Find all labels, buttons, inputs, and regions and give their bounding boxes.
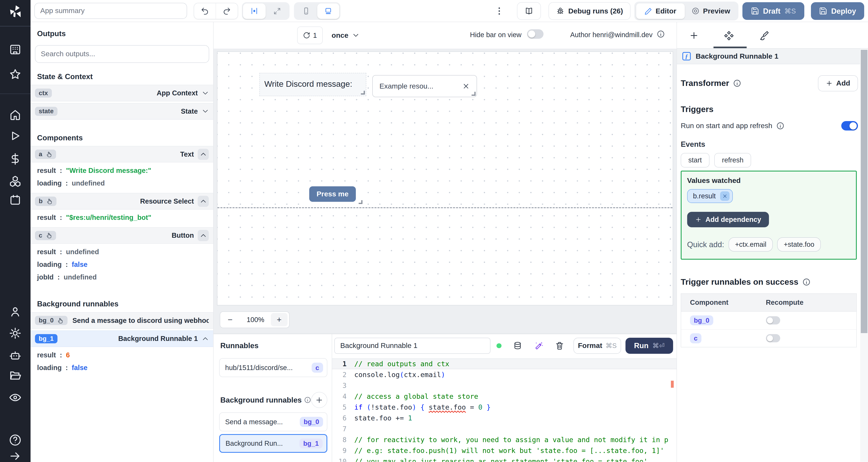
schedules-icon[interactable] [9,194,22,206]
quick-add-pill[interactable]: +ctx.email [728,237,773,252]
runnable-item[interactable]: hub/1511/discord/se...c [219,358,327,377]
database-icon[interactable] [513,341,522,350]
output-group-header[interactable]: stateState [31,103,213,120]
component-badge[interactable]: bg_0 [690,316,713,326]
insert-component-tab[interactable] [689,31,699,40]
scrollbar-thumb[interactable] [861,50,867,333]
watched-value-chip[interactable]: b.result [687,189,733,203]
resize-handle[interactable] [472,92,475,96]
code-line[interactable]: 6state.foo += 1 [332,412,677,424]
run-button[interactable]: Run ⌘⏎ [625,338,673,354]
output-group-header[interactable]: bResource Select [31,193,213,209]
home-icon[interactable] [9,108,22,121]
code-line[interactable]: 9// e.g: state.foo.push(1) will not work… [332,445,677,456]
more-menu-button[interactable] [494,4,504,18]
event-pill[interactable]: start [681,153,710,167]
windmill-logo-icon[interactable] [8,4,23,19]
redo-button[interactable] [216,3,238,19]
runs-icon[interactable] [9,130,22,142]
chevron-up-button[interactable] [198,196,209,207]
center-layout-button[interactable] [243,3,266,19]
output-group-header[interactable]: ctxApp Context [31,85,213,101]
chevron-up-button[interactable] [198,230,209,241]
folders-icon[interactable] [9,369,22,382]
search-outputs-input[interactable] [35,45,209,63]
component-badge[interactable]: c [690,333,702,343]
app-height-boundary[interactable] [217,207,673,208]
chevron-up-button[interactable] [198,149,209,160]
recompute-toggle[interactable] [766,316,780,325]
refresh-count-button[interactable]: 1 [297,27,323,44]
clear-selection-icon[interactable] [462,82,470,90]
event-pill[interactable]: refresh [714,153,751,167]
code-line[interactable]: 2console.log(ctx.email) [332,369,677,380]
code-line[interactable]: 5if (!state.foo) { state.foo = 0 } [332,402,677,412]
output-group-header[interactable]: bg_0Send a message to discord using webh… [31,312,213,329]
component-id-badge[interactable]: b [35,197,57,206]
info-icon[interactable] [802,278,810,286]
component-id-badge[interactable]: a [35,150,56,159]
fullscreen-layout-button[interactable] [266,3,288,19]
runnable-name-input[interactable] [334,338,491,354]
variables-icon[interactable] [9,153,22,165]
quick-add-pill[interactable]: +state.foo [777,237,821,252]
mobile-view-button[interactable] [295,3,317,19]
component-id-badge[interactable]: state [35,107,58,116]
resources-icon[interactable] [9,175,22,188]
code-line[interactable]: 10// you may also just reassign as next … [332,456,677,462]
settings-gear-icon[interactable] [9,327,22,339]
info-icon[interactable] [733,79,741,87]
resource-select-component[interactable]: Example resou... [372,75,477,97]
schedule-mode-dropdown[interactable]: once [332,27,360,44]
resize-handle[interactable] [359,200,363,204]
add-transformer-button[interactable]: Add [818,75,858,91]
code-line[interactable]: 8// for reactivity to work, you need to … [332,434,677,445]
code-editor[interactable]: 1// read outputs and ctx2console.log(ctx… [332,357,677,462]
add-background-runnable-button[interactable] [311,392,327,408]
code-line[interactable]: 4// access a global state store [332,391,677,402]
zoom-out-button[interactable]: − [220,315,240,325]
output-group-header[interactable]: cButton [31,227,213,244]
text-component[interactable]: Write Discord message: [259,73,366,96]
component-id-badge[interactable]: c [35,231,56,240]
component-id-badge[interactable]: bg_1 [35,334,58,343]
zoom-in-button[interactable]: + [271,313,287,326]
recompute-toggle[interactable] [766,334,780,342]
hide-bar-toggle[interactable] [527,29,544,39]
output-group-header[interactable]: bg_1Background Runnable 1 [31,330,213,347]
draft-button[interactable]: Draft ⌘S [742,2,805,20]
user-icon[interactable] [9,305,22,318]
component-settings-tab[interactable] [724,31,734,40]
favorites-star-icon[interactable] [9,68,22,81]
background-runnable-item[interactable]: Send a message...bg_0 [219,412,327,431]
info-icon[interactable] [776,122,784,130]
desktop-view-button[interactable] [317,3,339,19]
tab-editor[interactable]: Editor [636,3,685,19]
remove-watched-value-button[interactable] [720,191,730,201]
component-id-badge[interactable]: ctx [35,89,52,98]
tab-preview[interactable]: Preview [685,3,737,19]
debug-runs-button[interactable]: Debug runs (26) [549,2,630,20]
info-icon[interactable] [657,30,665,38]
help-icon[interactable] [9,434,22,446]
workers-robot-icon[interactable] [9,349,22,362]
resize-handle[interactable] [361,91,365,95]
format-button[interactable]: Format ⌘S [574,338,621,354]
press-me-button[interactable]: Press me [309,186,355,202]
run-on-start-toggle[interactable] [841,121,858,131]
expand-sidebar-icon[interactable] [9,450,22,462]
styling-tab[interactable] [759,31,769,40]
docs-button[interactable] [517,2,541,20]
undo-button[interactable] [194,3,216,19]
add-dependency-button[interactable]: Add dependency [687,212,769,227]
background-runnable-item[interactable]: Background Run...bg_1 [219,434,327,453]
magic-wand-icon[interactable] [535,341,544,350]
info-icon[interactable] [304,396,311,403]
component-id-badge[interactable]: bg_0 [35,316,67,325]
workspace-icon[interactable] [9,43,22,56]
deploy-button[interactable]: Deploy [811,2,864,20]
scrollbar-track[interactable] [860,48,868,462]
audit-logs-eye-icon[interactable] [9,391,22,404]
code-line[interactable]: 7 [332,424,677,434]
trash-icon[interactable] [555,341,564,350]
